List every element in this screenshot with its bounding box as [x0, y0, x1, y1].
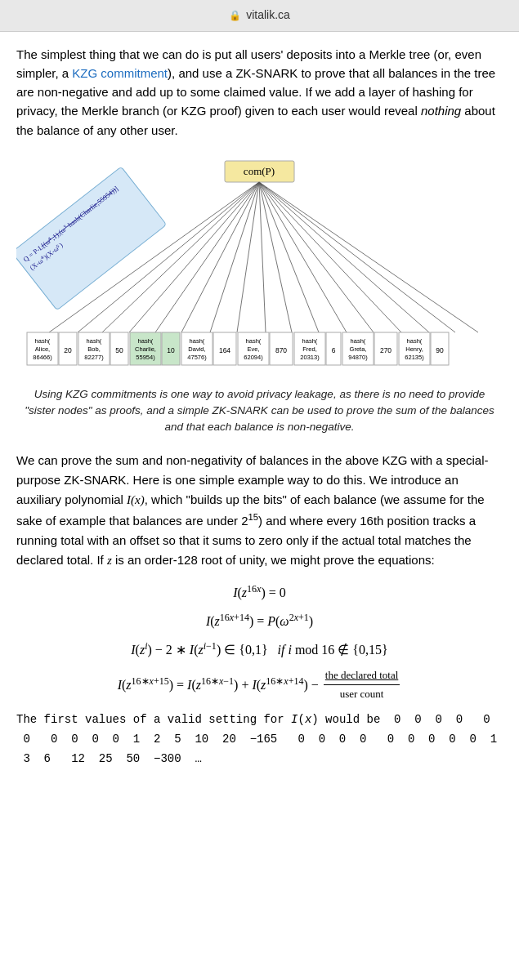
svg-text:82277): 82277)	[84, 354, 104, 361]
svg-text:Fred,: Fred,	[302, 345, 317, 353]
svg-text:hash(: hash(	[351, 337, 366, 345]
body-paragraph-1: We can prove the sum and non-negativity …	[16, 451, 503, 570]
svg-line-10	[259, 182, 478, 332]
svg-text:Bob,: Bob,	[87, 345, 100, 353]
svg-line-6	[259, 182, 266, 332]
svg-line-9	[259, 182, 429, 332]
lock-icon: 🔒	[229, 8, 241, 24]
svg-text:Alice,: Alice,	[35, 345, 50, 353]
kzg-link[interactable]: KZG commitment	[72, 66, 168, 80]
svg-text:62135): 62135)	[405, 354, 424, 361]
svg-text:6: 6	[332, 346, 336, 354]
svg-text:David,: David,	[188, 345, 205, 353]
svg-text:hash(: hash(	[87, 337, 102, 345]
svg-text:90: 90	[436, 346, 444, 354]
main-content: The simplest thing that we can do is put…	[0, 32, 519, 797]
svg-text:hash(: hash(	[35, 337, 51, 345]
svg-line-13	[181, 182, 259, 332]
svg-text:hash(: hash(	[138, 337, 154, 345]
svg-line-14	[237, 182, 259, 332]
equation-3: I(zi) − 2 ∗ I(zi−1) ∈ {0,1} if i mod 16 …	[16, 639, 503, 661]
intro-paragraph: The simplest thing that we can do is put…	[16, 45, 503, 140]
equation-2: I(z16x+14) = P(ω2x+1)	[16, 610, 503, 632]
svg-text:50: 50	[115, 346, 123, 354]
svg-text:com(P): com(P)	[244, 165, 275, 177]
svg-line-17	[259, 182, 401, 332]
svg-line-4	[155, 182, 259, 332]
top-bar: 🔒 vitalik.ca	[0, 0, 519, 32]
svg-line-16	[259, 182, 347, 332]
svg-text:Greta,: Greta,	[350, 345, 367, 353]
svg-text:94870): 94870)	[348, 354, 368, 361]
svg-text:86466): 86466)	[33, 354, 52, 361]
svg-text:20: 20	[64, 346, 72, 354]
svg-line-8	[259, 182, 374, 332]
last-values-text: The first values of a valid setting for …	[16, 710, 503, 768]
equation-1: I(z16x) = 0	[16, 581, 503, 604]
svg-line-15	[259, 182, 292, 332]
diagram-container: com(P)	[16, 154, 503, 375]
svg-text:270: 270	[380, 346, 391, 354]
svg-text:Henry,: Henry,	[405, 345, 423, 353]
equation-4: I(z16∗x+15) = I(z16∗x−1) + I(z16∗x+14) −…	[16, 667, 503, 702]
domain-label: vitalik.ca	[246, 7, 290, 24]
svg-text:Eve,: Eve,	[247, 345, 259, 353]
svg-text:10: 10	[167, 346, 175, 354]
svg-text:164: 164	[219, 346, 230, 354]
svg-text:hash(: hash(	[190, 337, 205, 345]
svg-text:hash(: hash(	[302, 337, 318, 345]
svg-text:47576): 47576)	[187, 354, 207, 361]
nothing-emphasis: nothing	[421, 104, 461, 118]
fraction-numerator: the declared total	[324, 667, 400, 685]
svg-rect-19	[16, 167, 167, 310]
svg-line-5	[210, 182, 259, 332]
diagram-caption: Using KZG commitments is one way to avoi…	[16, 386, 503, 436]
svg-text:870: 870	[275, 346, 287, 354]
fraction-denominator: user count	[338, 685, 386, 702]
svg-text:20313): 20313)	[300, 354, 320, 361]
svg-text:55954): 55954)	[136, 354, 155, 361]
svg-text:hash(: hash(	[246, 337, 262, 345]
fraction: the declared total user count	[324, 667, 400, 702]
svg-text:hash(: hash(	[407, 337, 423, 345]
svg-line-18	[259, 182, 455, 332]
svg-text:62094): 62094)	[244, 354, 263, 361]
svg-text:Charlie,: Charlie,	[135, 345, 156, 353]
diagram-svg: com(P)	[16, 154, 503, 375]
